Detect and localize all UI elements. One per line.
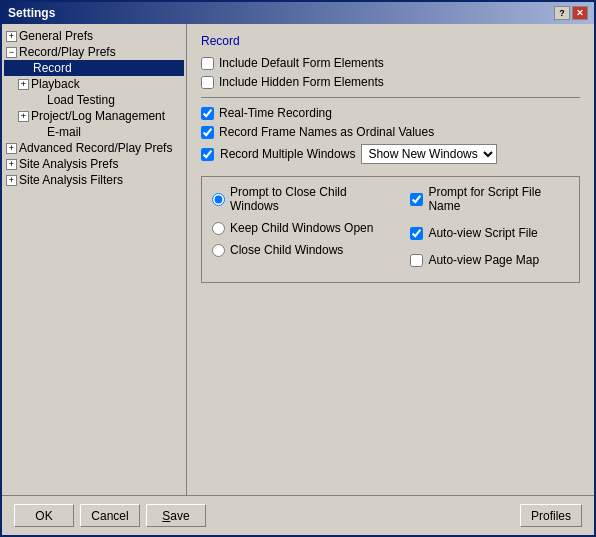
realtime-recording-row: Real-Time Recording	[201, 106, 580, 120]
prompt-script-label: Prompt for Script File Name	[428, 185, 569, 213]
tree-expand-icon[interactable]: +	[6, 31, 17, 42]
autoview-page-row: Auto-view Page Map	[410, 253, 569, 267]
record-frame-names-checkbox[interactable]	[201, 126, 214, 139]
bottom-bar: OK Cancel Save Profiles	[2, 495, 594, 535]
autoview-script-label: Auto-view Script File	[428, 226, 537, 240]
tree-item-label: Load Testing	[47, 93, 115, 107]
keep-open-radio-row: Keep Child Windows Open	[212, 221, 390, 235]
tree-item-general-prefs[interactable]: + General Prefs	[4, 28, 184, 44]
tree-item-site-analysis-filters[interactable]: + Site Analysis Filters	[4, 172, 184, 188]
include-default-form-checkbox[interactable]	[201, 57, 214, 70]
tree-item-record-play-prefs[interactable]: − Record/Play Prefs	[4, 44, 184, 60]
close-radio[interactable]	[212, 244, 225, 257]
help-button[interactable]: ?	[554, 6, 570, 20]
settings-window: Settings ? ✕ + General Prefs − Record/Pl…	[0, 0, 596, 537]
record-multiple-windows-row: Record Multiple Windows Show New Windows…	[201, 144, 580, 164]
prompt-script-checkbox[interactable]	[410, 193, 423, 206]
close-label: Close Child Windows	[230, 243, 343, 257]
prompt-close-radio-row: Prompt to Close Child Windows	[212, 185, 390, 213]
autoview-script-checkbox[interactable]	[410, 227, 423, 240]
script-options-group: Prompt for Script File Name Auto-view Sc…	[410, 185, 569, 272]
autoview-page-checkbox[interactable]	[410, 254, 423, 267]
window-close-button[interactable]: ✕	[572, 6, 588, 20]
tree-item-label: Record	[33, 61, 72, 75]
record-frame-names-label: Record Frame Names as Ordinal Values	[219, 125, 434, 139]
save-button[interactable]: Save	[146, 504, 206, 527]
prompt-close-label: Prompt to Close Child Windows	[230, 185, 390, 213]
tree-item-label: Advanced Record/Play Prefs	[19, 141, 172, 155]
ok-button[interactable]: OK	[14, 504, 74, 527]
tree-item-playback[interactable]: + Playback	[4, 76, 184, 92]
show-windows-dropdown[interactable]: Show New Windows Hide New Windows None	[361, 144, 497, 164]
prompt-script-row: Prompt for Script File Name	[410, 185, 569, 213]
keep-open-label: Keep Child Windows Open	[230, 221, 373, 235]
tree-expand-icon[interactable]: +	[18, 79, 29, 90]
record-frame-names-row: Record Frame Names as Ordinal Values	[201, 125, 580, 139]
include-default-form-row: Include Default Form Elements	[201, 56, 580, 70]
save-label: Save	[162, 509, 189, 523]
bottom-left-buttons: OK Cancel Save	[14, 504, 206, 527]
tree-item-advanced-record-play[interactable]: + Advanced Record/Play Prefs	[4, 140, 184, 156]
tree-item-load-testing[interactable]: Load Testing	[4, 92, 184, 108]
child-windows-radio-group: Prompt to Close Child Windows Keep Child…	[212, 185, 390, 272]
section-title: Record	[201, 34, 580, 48]
autoview-page-label: Auto-view Page Map	[428, 253, 539, 267]
title-bar: Settings ? ✕	[2, 2, 594, 24]
tree-item-email[interactable]: E-mail	[4, 124, 184, 140]
child-windows-group: Prompt to Close Child Windows Keep Child…	[201, 176, 580, 283]
tree-item-label: E-mail	[47, 125, 81, 139]
tree-item-label: General Prefs	[19, 29, 93, 43]
tree-panel: + General Prefs − Record/Play Prefs Reco…	[2, 24, 187, 495]
tree-item-project-log[interactable]: + Project/Log Management	[4, 108, 184, 124]
close-radio-row: Close Child Windows	[212, 243, 390, 257]
tree-expand-icon[interactable]: +	[6, 143, 17, 154]
settings-panel: Record Include Default Form Elements Inc…	[187, 24, 594, 495]
tree-expand-icon[interactable]: +	[6, 175, 17, 186]
realtime-recording-label: Real-Time Recording	[219, 106, 332, 120]
tree-collapse-icon[interactable]: −	[6, 47, 17, 58]
realtime-recording-checkbox[interactable]	[201, 107, 214, 120]
tree-expand-icon[interactable]: +	[6, 159, 17, 170]
title-bar-buttons: ? ✕	[554, 6, 588, 20]
tree-item-site-analysis-prefs[interactable]: + Site Analysis Prefs	[4, 156, 184, 172]
window-title: Settings	[8, 6, 55, 20]
divider1	[201, 97, 580, 98]
tree-item-label: Playback	[31, 77, 80, 91]
tree-expand-icon[interactable]: +	[18, 111, 29, 122]
include-hidden-form-checkbox[interactable]	[201, 76, 214, 89]
record-multiple-windows-label: Record Multiple Windows	[220, 147, 355, 161]
profiles-button[interactable]: Profiles	[520, 504, 582, 527]
autoview-script-row: Auto-view Script File	[410, 226, 569, 240]
cancel-button[interactable]: Cancel	[80, 504, 140, 527]
prompt-close-radio[interactable]	[212, 193, 225, 206]
keep-open-radio[interactable]	[212, 222, 225, 235]
window-content: + General Prefs − Record/Play Prefs Reco…	[2, 24, 594, 495]
tree-item-label: Record/Play Prefs	[19, 45, 116, 59]
tree-item-record[interactable]: Record	[4, 60, 184, 76]
include-hidden-form-row: Include Hidden Form Elements	[201, 75, 580, 89]
record-multiple-windows-checkbox[interactable]	[201, 148, 214, 161]
include-hidden-form-label: Include Hidden Form Elements	[219, 75, 384, 89]
include-default-form-label: Include Default Form Elements	[219, 56, 384, 70]
tree-item-label: Site Analysis Filters	[19, 173, 123, 187]
tree-item-label: Project/Log Management	[31, 109, 165, 123]
tree-item-label: Site Analysis Prefs	[19, 157, 118, 171]
